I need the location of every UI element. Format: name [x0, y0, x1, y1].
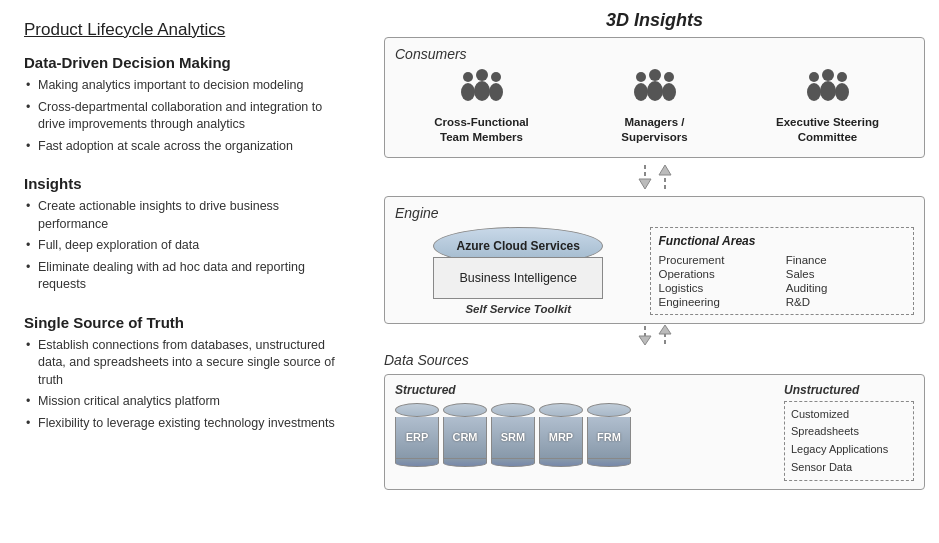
- consumer-label-crossfunctional: Cross-FunctionalTeam Members: [404, 115, 560, 145]
- cyl-bottom-srm: [491, 459, 535, 467]
- svg-marker-21: [659, 165, 671, 175]
- section3-bullets: Establish connections from databases, un…: [24, 337, 346, 433]
- structured-col: Structured ERP CRM: [395, 383, 774, 467]
- bullet-item: Fast adoption at scale across the organi…: [24, 138, 346, 156]
- datasources-section: Data Sources Structured ERP: [384, 352, 925, 490]
- func-finance: Finance: [786, 254, 905, 266]
- cylinder-srm: SRM: [491, 403, 535, 467]
- svg-point-3: [474, 81, 490, 101]
- cyl-label-crm: CRM: [452, 431, 477, 443]
- diagram-title: 3D Insights: [384, 10, 925, 31]
- svg-point-12: [809, 72, 819, 82]
- consumer-label-managers: Managers /Supervisors: [577, 115, 733, 145]
- unstructured-label: Unstructured: [784, 383, 914, 397]
- section1-heading: Data-Driven Decision Making: [24, 54, 346, 71]
- cyl-bottom-crm: [443, 459, 487, 467]
- unstruct-item-3: Sensor Data: [791, 459, 907, 477]
- func-auditing: Auditing: [786, 282, 905, 294]
- cyl-top-erp: [395, 403, 439, 417]
- cyl-bottom-erp: [395, 459, 439, 467]
- bullet-item: Cross-departmental collaboration and int…: [24, 99, 346, 134]
- consumers-grid: Cross-FunctionalTeam Members Managers /S…: [395, 68, 914, 145]
- datasources-inner: Structured ERP CRM: [395, 383, 914, 481]
- left-panel: Product Lifecycle Analytics Data-Driven …: [0, 0, 370, 543]
- svg-point-10: [664, 72, 674, 82]
- bi-rect: Business Intelligence: [433, 257, 603, 299]
- cyl-label-srm: SRM: [501, 431, 525, 443]
- consumer-label-executive: Executive SteeringCommittee: [750, 115, 906, 145]
- engine-label: Engine: [395, 205, 914, 221]
- consumers-label: Consumers: [395, 46, 914, 62]
- cylinder-mrp: MRP: [539, 403, 583, 467]
- svg-point-16: [837, 72, 847, 82]
- bullet-item: Establish connections from databases, un…: [24, 337, 346, 390]
- bullet-item: Flexibility to leverage existing technol…: [24, 415, 346, 433]
- cyl-bottom-mrp: [539, 459, 583, 467]
- engine-left: Azure Cloud Services Business Intelligen…: [395, 227, 642, 315]
- func-rd: R&D: [786, 296, 905, 308]
- page-title: Product Lifecycle Analytics: [24, 20, 346, 40]
- bullet-item: Eliminate dealing with ad hoc data and r…: [24, 259, 346, 294]
- svg-point-13: [807, 83, 821, 101]
- cyl-top-mrp: [539, 403, 583, 417]
- section3-heading: Single Source of Truth: [24, 314, 346, 331]
- svg-point-4: [491, 72, 501, 82]
- sst-label: Self Service Toolkit: [465, 303, 571, 315]
- bi-label: Business Intelligence: [460, 271, 577, 285]
- func-logistics: Logistics: [659, 282, 778, 294]
- cyl-body-frm: FRM: [587, 417, 631, 459]
- bullet-item: Full, deep exploration of data: [24, 237, 346, 255]
- svg-point-8: [649, 69, 661, 81]
- svg-point-14: [822, 69, 834, 81]
- svg-point-11: [662, 83, 676, 101]
- person-icon-executive: [750, 68, 906, 111]
- bullet-item: Mission critical analytics platform: [24, 393, 346, 411]
- svg-point-7: [634, 83, 648, 101]
- arrows-engine-datasources: [384, 324, 925, 346]
- cyl-top-crm: [443, 403, 487, 417]
- cyl-label-frm: FRM: [597, 431, 621, 443]
- svg-point-6: [636, 72, 646, 82]
- person-icon-crossfunctional: [404, 68, 560, 111]
- cyl-top-srm: [491, 403, 535, 417]
- func-procurement: Procurement: [659, 254, 778, 266]
- cylinders-row: ERP CRM: [395, 403, 774, 467]
- func-engineering: Engineering: [659, 296, 778, 308]
- right-panel: 3D Insights Consumers Cross-Functional: [370, 0, 939, 543]
- functional-grid: Procurement Finance Operations Sales Log…: [659, 254, 906, 308]
- svg-point-1: [461, 83, 475, 101]
- consumer-crossfunctional: Cross-FunctionalTeam Members: [404, 68, 560, 145]
- arrows-consumers-engine: [384, 162, 925, 192]
- svg-marker-25: [659, 325, 671, 334]
- cyl-body-erp: ERP: [395, 417, 439, 459]
- svg-point-17: [835, 83, 849, 101]
- section1-bullets: Making analytics important to decision m…: [24, 77, 346, 155]
- svg-point-0: [463, 72, 473, 82]
- functional-areas-box: Functional Areas Procurement Finance Ope…: [650, 227, 915, 315]
- bullet-item: Making analytics important to decision m…: [24, 77, 346, 95]
- svg-point-5: [489, 83, 503, 101]
- cyl-body-srm: SRM: [491, 417, 535, 459]
- datasources-label: Data Sources: [384, 352, 925, 368]
- unstruct-item-1: Customized Spreadsheets: [791, 406, 907, 441]
- svg-point-9: [647, 81, 663, 101]
- consumer-executive: Executive SteeringCommittee: [750, 68, 906, 145]
- func-sales: Sales: [786, 268, 905, 280]
- cyl-body-mrp: MRP: [539, 417, 583, 459]
- person-icon-managers: [577, 68, 733, 111]
- unstructured-col: Unstructured Customized Spreadsheets Leg…: [784, 383, 914, 481]
- svg-marker-19: [639, 179, 651, 189]
- cyl-top-frm: [587, 403, 631, 417]
- cylinder-crm: CRM: [443, 403, 487, 467]
- section2-heading: Insights: [24, 175, 346, 192]
- svg-point-15: [820, 81, 836, 101]
- section2-bullets: Create actionable insights to drive busi…: [24, 198, 346, 294]
- func-operations: Operations: [659, 268, 778, 280]
- engine-inner: Azure Cloud Services Business Intelligen…: [395, 227, 914, 315]
- svg-marker-23: [639, 336, 651, 345]
- unstruct-item-2: Legacy Applications: [791, 441, 907, 459]
- engine-section: Engine Azure Cloud Services Business Int…: [384, 196, 925, 324]
- cyl-bottom-frm: [587, 459, 631, 467]
- structured-label: Structured: [395, 383, 774, 397]
- consumer-managers: Managers /Supervisors: [577, 68, 733, 145]
